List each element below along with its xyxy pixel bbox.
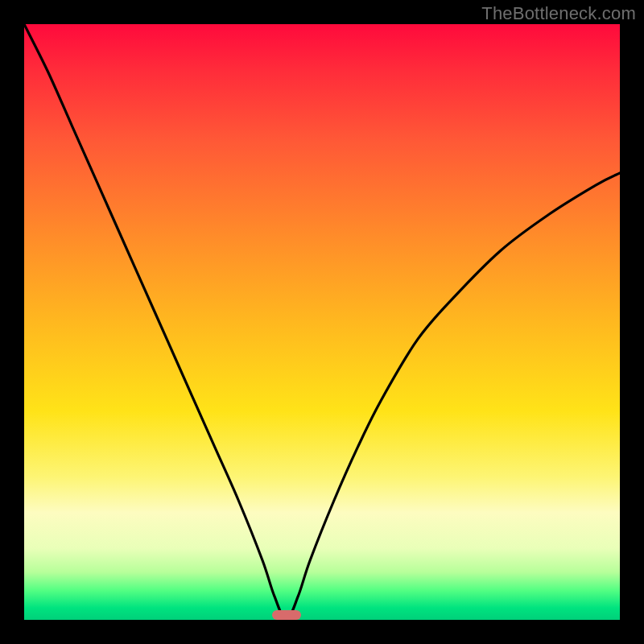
plot-area [24,24,620,620]
curve-svg [24,24,620,620]
optimal-marker [272,610,301,620]
bottleneck-curve [24,24,620,620]
watermark-text: TheBottleneck.com [481,3,636,24]
chart-frame: TheBottleneck.com [0,0,644,644]
